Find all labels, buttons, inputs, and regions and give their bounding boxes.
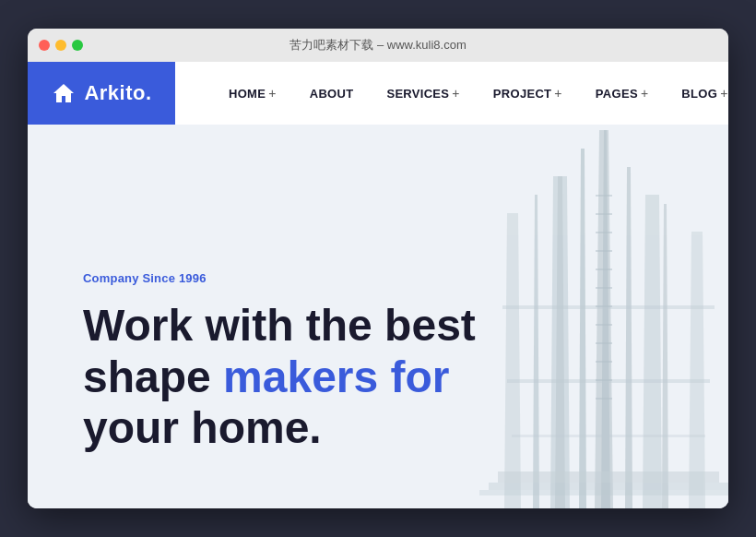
svg-marker-4	[643, 195, 662, 508]
nav-item-home[interactable]: HOME +	[212, 62, 293, 125]
browser-url: 苦力吧素材下载 – www.kuli8.com	[289, 37, 466, 54]
nav-item-pages[interactable]: PAGES +	[579, 62, 666, 125]
logo-inner: Arkito.	[51, 80, 151, 106]
svg-rect-26	[596, 361, 612, 363]
dot-red[interactable]	[39, 40, 50, 51]
nav-item-project[interactable]: PROJECT +	[477, 62, 579, 125]
browser-titlebar: 苦力吧素材下载 – www.kuli8.com	[28, 29, 728, 62]
svg-marker-9	[662, 204, 668, 508]
hero-line2-normal: shape	[83, 352, 223, 401]
svg-rect-24	[596, 324, 612, 326]
dot-green[interactable]	[72, 40, 83, 51]
nav-plus-home: +	[268, 86, 276, 101]
nav-label-blog: BLOG	[681, 87, 717, 101]
svg-rect-23	[596, 305, 612, 307]
svg-rect-17	[596, 195, 612, 197]
svg-marker-5	[504, 213, 521, 508]
nav-plus-blog: +	[720, 86, 727, 101]
building-illustration	[415, 125, 728, 508]
svg-rect-21	[596, 268, 612, 270]
svg-marker-6	[689, 232, 705, 508]
building-svg	[415, 125, 728, 508]
hero-section: Company Since 1996 Work with the best sh…	[28, 125, 728, 508]
nav-item-blog[interactable]: BLOG +	[665, 62, 728, 125]
svg-rect-15	[489, 483, 728, 490]
svg-rect-19	[596, 232, 612, 233]
browser-dots	[39, 40, 83, 51]
nav-plus-services: +	[452, 86, 459, 101]
nav-plus-project: +	[554, 86, 561, 101]
nav-label-project: PROJECT	[493, 87, 552, 101]
dot-yellow[interactable]	[55, 40, 66, 51]
nav-plus-pages: +	[641, 86, 648, 101]
svg-marker-10	[533, 195, 539, 508]
nav-label-services: SERVICES	[386, 87, 449, 101]
nav-label-about: ABOUT	[310, 87, 354, 101]
logo-text: Arkito.	[84, 81, 151, 105]
nav-label-home: HOME	[229, 87, 266, 101]
svg-rect-20	[596, 250, 612, 252]
navbar: Arkito. HOME + ABOUT SERVICES + PROJECT …	[28, 62, 728, 125]
home-icon	[51, 80, 77, 106]
logo-box[interactable]: Arkito.	[28, 62, 175, 125]
svg-rect-25	[596, 342, 612, 344]
svg-marker-8	[625, 167, 632, 508]
svg-rect-13	[512, 435, 705, 437]
browser-window: 苦力吧素材下载 – www.kuli8.com Arkito. HOME +	[28, 29, 728, 508]
svg-rect-28	[596, 398, 612, 400]
nav-links: HOME + ABOUT SERVICES + PROJECT + PAGES …	[212, 62, 728, 125]
svg-rect-27	[596, 379, 612, 381]
browser-content: Arkito. HOME + ABOUT SERVICES + PROJECT …	[28, 62, 728, 508]
svg-rect-14	[498, 471, 719, 483]
nav-item-services[interactable]: SERVICES +	[370, 62, 476, 125]
nav-item-about[interactable]: ABOUT	[293, 62, 371, 125]
svg-rect-16	[479, 490, 728, 495]
svg-rect-22	[596, 287, 612, 289]
svg-rect-18	[596, 213, 612, 215]
nav-label-pages: PAGES	[596, 87, 638, 101]
svg-marker-7	[579, 149, 586, 508]
